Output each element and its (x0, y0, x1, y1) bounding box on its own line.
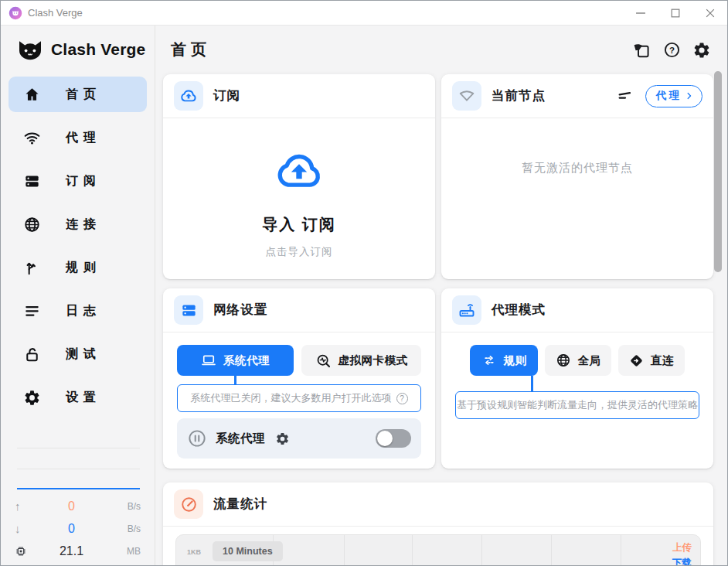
memory-stat-row[interactable]: 21.1 MB (15, 540, 141, 562)
window-controls (623, 1, 727, 25)
router-icon-box (452, 295, 481, 325)
help-button[interactable] (662, 40, 682, 60)
sidebar-traffic-stats: ↑ 0 B/s ↓ 0 B/s 21.1 MB (1, 495, 155, 562)
titlebar: Clash Verge (1, 1, 727, 26)
sidebar: Clash Verge 首页 代理 订阅 连接 (1, 26, 155, 566)
network-stack-icon-box (174, 295, 203, 325)
stack-icon (180, 302, 198, 319)
app-window: Clash Verge Clash Verge 首页 代理 (0, 0, 728, 566)
fork-arrow-icon (23, 259, 41, 277)
sidebar-item-label: 规则 (66, 260, 101, 276)
minimize-button[interactable] (623, 1, 658, 25)
sidebar-item-test[interactable]: 测试 (9, 336, 147, 372)
system-proxy-switch[interactable] (376, 429, 411, 448)
sidebar-item-label: 测试 (66, 346, 101, 363)
logo-cat-icon (16, 38, 44, 61)
home-icon (23, 86, 41, 104)
globe-icon (556, 353, 571, 368)
mode-global-button[interactable]: 全局 (545, 345, 611, 376)
mode-direct-button[interactable]: 直连 (618, 345, 685, 376)
sidebar-item-label: 连接 (66, 217, 101, 233)
toggle-label: 系统代理 (216, 431, 265, 447)
sort-icon (617, 87, 634, 104)
upload-speed-unit: B/s (108, 501, 141, 512)
subscription-card-header: 订阅 (163, 74, 435, 118)
sidebar-item-settings[interactable]: 设置 (9, 380, 147, 415)
import-title: 导入 订阅 (262, 214, 336, 235)
goto-proxy-label: 代理 (656, 89, 682, 103)
sidebar-item-label: 设置 (66, 390, 101, 406)
upload-speed-value: 0 (35, 500, 108, 513)
switch-knob (377, 431, 393, 446)
tab-connector (234, 376, 236, 384)
proxy-mode-card: 代理模式 规则 全局 直连 (441, 288, 713, 469)
traffic-sparkline-gridline (17, 469, 140, 469)
troubleshoot-icon (315, 353, 332, 369)
gear-icon (692, 41, 711, 60)
import-hint: 点击导入订阅 (266, 245, 333, 259)
send-doc-icon (632, 41, 651, 60)
network-card-header: 网络设置 (163, 288, 435, 332)
tab-label: 系统代理 (223, 353, 270, 368)
chevron-right-icon (684, 90, 695, 101)
sidebar-item-connections[interactable]: 连接 (9, 206, 147, 242)
scrollbar-thumb[interactable] (714, 71, 722, 272)
diamond-arrow-icon (629, 353, 644, 368)
arrow-up-icon: ↑ (15, 500, 35, 513)
wifi-icon (23, 129, 41, 147)
router-icon (458, 301, 476, 319)
sidebar-item-rules[interactable]: 规则 (9, 250, 147, 285)
settings-button[interactable] (692, 40, 712, 60)
tab-label: 虚拟网卡模式 (338, 353, 408, 368)
download-stat-row: ↓ 0 B/s (15, 517, 141, 540)
sidebar-item-subscription[interactable]: 订阅 (9, 163, 147, 199)
subscription-stack-icon (23, 172, 41, 190)
hint-text: 基于预设规则智能判断流量走向，提供灵活的代理策略 (457, 398, 698, 412)
sidebar-menu: 首页 代理 订阅 连接 规则 (1, 77, 155, 415)
network-tabs: 系统代理 虚拟网卡模式 (163, 332, 435, 376)
help-icon (663, 41, 681, 59)
tab-system-proxy[interactable]: 系统代理 (177, 345, 294, 376)
sidebar-item-proxy[interactable]: 代理 (9, 120, 147, 155)
card-title: 流量统计 (213, 496, 267, 513)
duration-selector[interactable]: 10 Minutes (213, 541, 283, 561)
header-actions (631, 40, 712, 60)
manual-send-button[interactable] (631, 40, 651, 60)
proxy-settings-gear-button[interactable] (274, 430, 291, 447)
current-node-card: 当前节点 代理 暂无激活的代理节点 (441, 74, 713, 279)
upload-stat-row: ↑ 0 B/s (15, 495, 141, 517)
card-title: 订阅 (213, 87, 240, 104)
traffic-stats-card: 流量统计 1KB 10 Minutes 上传 下载 (163, 482, 713, 566)
help-circle-icon[interactable] (396, 393, 408, 404)
sidebar-item-label: 订阅 (66, 173, 101, 189)
memory-unit: MB (108, 546, 141, 557)
memory-value: 21.1 (35, 544, 108, 558)
close-button[interactable] (692, 1, 727, 25)
sidebar-item-label: 代理 (66, 130, 101, 146)
mode-label: 全局 (578, 353, 601, 368)
app-cat-icon (9, 6, 22, 20)
gear-icon (23, 389, 41, 407)
system-proxy-hint: 系统代理已关闭，建议大多数用户打开此选项 (177, 384, 421, 412)
goto-proxy-button[interactable]: 代理 (645, 85, 702, 107)
gauge-icon (180, 496, 198, 513)
sidebar-item-home[interactable]: 首页 (9, 77, 147, 112)
swap-arrows-icon (481, 353, 497, 368)
gauge-icon-box (174, 489, 203, 519)
sort-button[interactable] (616, 87, 634, 105)
app-logo: Clash Verge (1, 26, 155, 61)
node-empty-text: 暂无激活的代理节点 (441, 118, 713, 176)
mode-rule-button[interactable]: 规则 (470, 345, 538, 376)
maximize-button[interactable] (658, 1, 692, 25)
logo-text: Clash Verge (51, 40, 145, 59)
card-title: 代理模式 (492, 302, 546, 319)
current-node-card-header: 当前节点 代理 (441, 74, 713, 118)
mode-label: 规则 (504, 353, 527, 368)
tab-tun-mode[interactable]: 虚拟网卡模式 (301, 345, 421, 376)
sidebar-item-logs[interactable]: 日志 (9, 293, 147, 329)
import-subscription-area[interactable]: 导入 订阅 点击导入订阅 (163, 118, 435, 259)
traffic-chart[interactable]: 1KB 10 Minutes 上传 下载 (175, 534, 701, 566)
log-lines-icon (23, 302, 41, 320)
proxy-mode-card-header: 代理模式 (441, 288, 713, 332)
y-axis-label: 1KB (187, 548, 201, 556)
